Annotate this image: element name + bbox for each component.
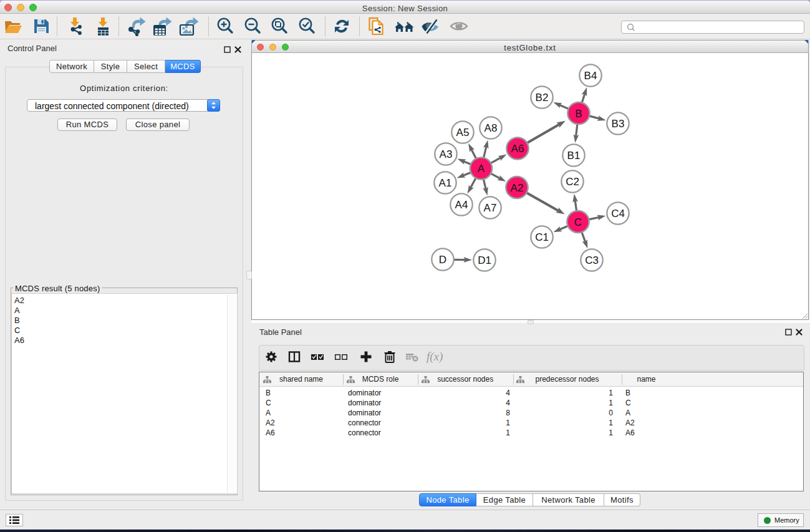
svg-text:B1: B1 <box>567 150 581 162</box>
svg-text:B3: B3 <box>612 118 625 130</box>
svg-text:A3: A3 <box>440 148 453 160</box>
svg-text:A8: A8 <box>485 122 498 134</box>
svg-text:A4: A4 <box>455 199 468 211</box>
svg-text:B4: B4 <box>584 70 597 82</box>
svg-text:A1: A1 <box>439 177 452 189</box>
svg-text:B2: B2 <box>536 92 549 104</box>
svg-text:A6: A6 <box>511 143 524 155</box>
svg-text:C4: C4 <box>611 208 625 220</box>
svg-text:A2: A2 <box>511 182 524 194</box>
svg-text:C2: C2 <box>566 176 579 188</box>
svg-text:B: B <box>575 108 582 120</box>
svg-text:D1: D1 <box>478 254 491 266</box>
svg-text:A: A <box>478 163 485 175</box>
svg-text:C1: C1 <box>535 231 549 243</box>
svg-text:A7: A7 <box>484 202 497 214</box>
svg-text:A5: A5 <box>456 127 470 138</box>
svg-text:f(x): f(x) <box>427 350 443 364</box>
svg-text:C: C <box>574 216 582 228</box>
svg-text:C3: C3 <box>585 254 599 266</box>
svg-text:D: D <box>439 254 446 266</box>
